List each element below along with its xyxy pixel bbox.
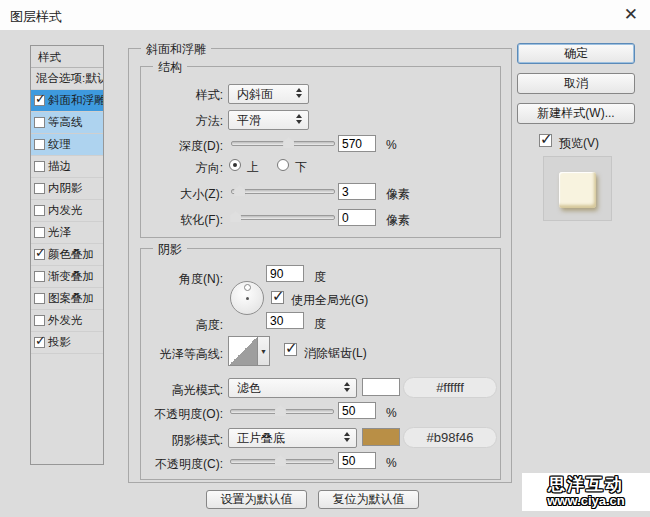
close-icon[interactable]: ✕ [624, 5, 638, 25]
global-light-label: 使用全局光(G) [291, 292, 368, 309]
preview-label: 预览(V) [559, 135, 599, 152]
set-default-button[interactable]: 设置为默认值 [206, 490, 307, 509]
shadow-color-tag: #b98f46 [403, 427, 497, 448]
gloss-contour-thumbnail[interactable] [228, 336, 258, 366]
angle-dial[interactable] [230, 281, 264, 315]
sidebar-item-pattern-overlay[interactable]: 图案叠加 [31, 288, 103, 310]
highlight-mode-label: 高光模式: [128, 382, 223, 399]
direction-up-radio[interactable] [229, 159, 241, 171]
styles-list-header: 样式 [31, 46, 103, 68]
style-label: 样式: [128, 87, 223, 104]
sidebar-item-outer-glow[interactable]: 外发光 [31, 310, 103, 332]
angle-unit: 度 [314, 269, 326, 286]
preview-checkbox[interactable] [539, 134, 552, 147]
spinner-arrows-icon [344, 432, 350, 442]
spinner-arrows-icon [296, 88, 302, 98]
sidebar-item-inner-glow[interactable]: 内发光 [31, 200, 103, 222]
style-select[interactable]: 内斜面 [228, 84, 309, 104]
checkbox[interactable] [34, 205, 45, 216]
preview-thumbnail [543, 156, 612, 221]
direction-down-label: 下 [295, 159, 307, 176]
watermark-brand: 思洋互动 [548, 476, 624, 494]
sidebar-item-drop-shadow[interactable]: 投影 [31, 332, 103, 354]
method-select[interactable]: 平滑 [228, 110, 309, 130]
styles-list: 样式 混合选项:默认 斜面和浮雕 等高线 纹理 描边 内阴影 内发光 光泽 颜色… [30, 45, 104, 465]
highlight-mode-select[interactable]: 滤色 [228, 378, 357, 398]
checkbox[interactable] [34, 95, 45, 106]
checkbox[interactable] [34, 271, 45, 282]
sidebar-item-inner-shadow[interactable]: 内阴影 [31, 178, 103, 200]
preview-style-chip [559, 172, 596, 208]
new-style-button[interactable]: 新建样式(W)... [517, 103, 635, 124]
gloss-contour-label: 光泽等高线: [128, 346, 223, 363]
opacity-c-slider[interactable] [230, 459, 334, 464]
opacity-c-unit: % [386, 456, 397, 470]
checkbox[interactable] [34, 183, 45, 194]
depth-unit: % [386, 138, 397, 152]
title-bar: 图层样式 ✕ [0, 0, 650, 30]
layer-style-dialog: 图层样式 ✕ 样式 混合选项:默认 斜面和浮雕 等高线 纹理 描边 内阴影 内发… [0, 0, 650, 517]
watermark: 思洋互动 www.ciya.cn [522, 473, 650, 511]
size-slider[interactable] [231, 189, 335, 194]
soften-input[interactable] [338, 209, 376, 226]
sidebar-item-gradient-overlay[interactable]: 渐变叠加 [31, 266, 103, 288]
opacity-o-label: 不透明度(O): [128, 406, 223, 423]
global-light-checkbox[interactable] [271, 291, 284, 304]
direction-label: 方向: [128, 160, 223, 177]
sidebar-item-blending-options[interactable]: 混合选项:默认 [31, 68, 103, 90]
checkbox[interactable] [34, 117, 45, 128]
soften-label: 软化(F): [128, 212, 223, 229]
shadow-mode-select[interactable]: 正片叠底 [228, 428, 357, 448]
checkbox[interactable] [34, 227, 45, 238]
highlight-color-tag: #ffffff [403, 377, 497, 398]
checkbox[interactable] [34, 139, 45, 150]
opacity-o-unit: % [386, 406, 397, 420]
angle-input[interactable] [266, 265, 304, 282]
cancel-button[interactable]: 取消 [517, 73, 635, 94]
size-input[interactable] [338, 183, 376, 200]
ok-button[interactable]: 确定 [517, 43, 635, 64]
checkbox[interactable] [34, 161, 45, 172]
soften-unit: 像素 [386, 212, 410, 229]
checkbox[interactable] [34, 293, 45, 304]
shading-group-label: 阴影 [153, 241, 187, 258]
anti-alias-checkbox[interactable] [284, 343, 297, 356]
sidebar-item-stroke[interactable]: 描边 [31, 156, 103, 178]
shadow-color-swatch[interactable] [362, 428, 400, 446]
structure-group-label: 结构 [153, 59, 187, 76]
checkbox[interactable] [34, 337, 45, 348]
opacity-c-label: 不透明度(C): [128, 456, 223, 473]
soften-slider[interactable] [231, 215, 335, 220]
highlight-color-swatch[interactable] [362, 378, 400, 396]
direction-up-label: 上 [247, 159, 259, 176]
direction-down-radio[interactable] [277, 159, 289, 171]
opacity-o-input[interactable] [338, 402, 376, 419]
spinner-arrows-icon [344, 382, 350, 392]
opacity-c-input[interactable] [338, 452, 376, 469]
dialog-title: 图层样式 [10, 8, 62, 26]
depth-input[interactable] [338, 135, 376, 152]
panel-title: 斜面和浮雕 [141, 41, 211, 58]
size-label: 大小(Z): [128, 186, 223, 203]
gloss-contour-dropdown-icon[interactable]: ▼ [258, 336, 270, 366]
spinner-arrows-icon [296, 114, 302, 124]
reset-default-button[interactable]: 复位为默认值 [318, 490, 419, 509]
sidebar-item-color-overlay[interactable]: 颜色叠加 [31, 244, 103, 266]
sidebar-item-bevel-emboss[interactable]: 斜面和浮雕 [31, 90, 103, 112]
method-label: 方法: [128, 113, 223, 130]
angle-label: 角度(N): [128, 271, 223, 288]
opacity-o-slider[interactable] [230, 409, 334, 414]
watermark-url: www.ciya.cn [547, 494, 625, 508]
sidebar-item-satin[interactable]: 光泽 [31, 222, 103, 244]
sidebar-item-contour[interactable]: 等高线 [31, 112, 103, 134]
checkbox[interactable] [34, 315, 45, 326]
shadow-mode-label: 阴影模式: [128, 432, 223, 449]
altitude-unit: 度 [314, 316, 326, 333]
sidebar-item-texture[interactable]: 纹理 [31, 134, 103, 156]
anti-alias-label: 消除锯齿(L) [304, 345, 367, 362]
altitude-label: 高度: [128, 317, 223, 334]
depth-slider[interactable] [231, 141, 335, 146]
altitude-input[interactable] [266, 312, 304, 329]
checkbox[interactable] [34, 249, 45, 260]
depth-label: 深度(D): [128, 138, 223, 155]
